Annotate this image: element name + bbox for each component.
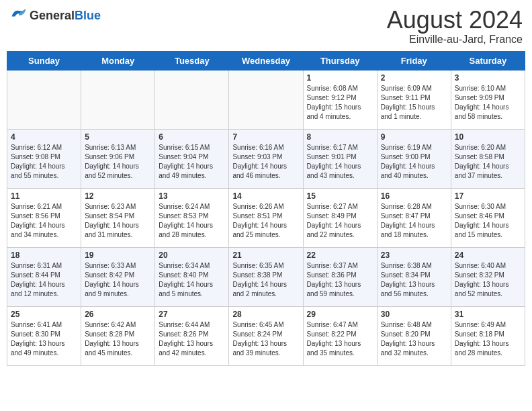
day-number: 30 [381, 310, 447, 319]
day-number: 26 [85, 310, 151, 319]
weekday-header-tuesday: Tuesday [155, 51, 229, 70]
weekday-header-wednesday: Wednesday [229, 51, 303, 70]
logo: GeneralBlue [9, 7, 101, 24]
calendar-cell: 19Sunrise: 6:33 AMSunset: 8:42 PMDayligh… [81, 247, 155, 306]
calendar-cell: 3Sunrise: 6:10 AMSunset: 9:09 PMDaylight… [451, 70, 525, 129]
calendar-cell: 26Sunrise: 6:42 AMSunset: 8:28 PMDayligh… [81, 306, 155, 365]
calendar-cell: 27Sunrise: 6:44 AMSunset: 8:26 PMDayligh… [155, 306, 229, 365]
calendar-cell: 17Sunrise: 6:30 AMSunset: 8:46 PMDayligh… [451, 188, 525, 247]
day-number: 10 [455, 132, 521, 142]
day-number: 25 [11, 310, 77, 319]
calendar-cell: 16Sunrise: 6:28 AMSunset: 8:47 PMDayligh… [377, 188, 451, 247]
calendar-table: SundayMondayTuesdayWednesdayThursdayFrid… [7, 51, 525, 366]
day-number: 9 [381, 132, 447, 142]
logo-text-blue: Blue [75, 9, 101, 22]
day-number: 7 [232, 132, 299, 142]
calendar-row-4: 25Sunrise: 6:41 AMSunset: 8:30 PMDayligh… [7, 306, 525, 365]
day-info: Sunrise: 6:10 AMSunset: 9:09 PMDaylight:… [455, 84, 521, 122]
day-info: Sunrise: 6:47 AMSunset: 8:22 PMDaylight:… [307, 320, 373, 358]
day-number: 5 [85, 132, 151, 142]
day-info: Sunrise: 6:33 AMSunset: 8:42 PMDaylight:… [85, 261, 151, 299]
day-number: 19 [85, 250, 151, 260]
day-number: 23 [381, 250, 447, 260]
calendar-cell: 23Sunrise: 6:38 AMSunset: 8:34 PMDayligh… [377, 247, 451, 306]
calendar-row-0: 1Sunrise: 6:08 AMSunset: 9:12 PMDaylight… [7, 70, 525, 129]
weekday-header-saturday: Saturday [451, 51, 525, 70]
calendar-cell [81, 70, 155, 129]
calendar-cell: 31Sunrise: 6:49 AMSunset: 8:18 PMDayligh… [451, 306, 525, 365]
day-info: Sunrise: 6:49 AMSunset: 8:18 PMDaylight:… [455, 320, 521, 358]
weekday-header-sunday: Sunday [7, 51, 81, 70]
day-info: Sunrise: 6:12 AMSunset: 9:08 PMDaylight:… [11, 143, 77, 181]
calendar-cell: 18Sunrise: 6:31 AMSunset: 8:44 PMDayligh… [7, 247, 81, 306]
calendar-cell: 12Sunrise: 6:23 AMSunset: 8:54 PMDayligh… [81, 188, 155, 247]
weekday-header-monday: Monday [81, 51, 155, 70]
calendar-cell: 13Sunrise: 6:24 AMSunset: 8:53 PMDayligh… [155, 188, 229, 247]
day-info: Sunrise: 6:40 AMSunset: 8:32 PMDaylight:… [455, 261, 521, 299]
calendar-cell: 6Sunrise: 6:15 AMSunset: 9:04 PMDaylight… [155, 129, 229, 188]
calendar-cell: 14Sunrise: 6:26 AMSunset: 8:51 PMDayligh… [229, 188, 303, 247]
day-info: Sunrise: 6:23 AMSunset: 8:54 PMDaylight:… [85, 202, 151, 240]
day-info: Sunrise: 6:21 AMSunset: 8:56 PMDaylight:… [11, 202, 77, 240]
day-number: 28 [232, 310, 299, 319]
day-number: 31 [455, 310, 521, 319]
day-number: 20 [159, 250, 225, 260]
day-number: 13 [159, 191, 225, 201]
day-info: Sunrise: 6:26 AMSunset: 8:51 PMDaylight:… [232, 202, 299, 240]
calendar-cell: 30Sunrise: 6:48 AMSunset: 8:20 PMDayligh… [377, 306, 451, 365]
day-info: Sunrise: 6:48 AMSunset: 8:20 PMDaylight:… [381, 320, 447, 358]
calendar-cell: 24Sunrise: 6:40 AMSunset: 8:32 PMDayligh… [451, 247, 525, 306]
day-info: Sunrise: 6:24 AMSunset: 8:53 PMDaylight:… [159, 202, 225, 240]
calendar-cell: 10Sunrise: 6:20 AMSunset: 8:58 PMDayligh… [451, 129, 525, 188]
calendar-row-2: 11Sunrise: 6:21 AMSunset: 8:56 PMDayligh… [7, 188, 525, 247]
location: Einville-au-Jard, France [387, 34, 523, 46]
day-info: Sunrise: 6:28 AMSunset: 8:47 PMDaylight:… [381, 202, 447, 240]
day-number: 12 [85, 191, 151, 201]
calendar-cell: 28Sunrise: 6:45 AMSunset: 8:24 PMDayligh… [229, 306, 303, 365]
day-info: Sunrise: 6:45 AMSunset: 8:24 PMDaylight:… [232, 320, 299, 358]
day-info: Sunrise: 6:38 AMSunset: 8:34 PMDaylight:… [381, 261, 447, 299]
day-info: Sunrise: 6:15 AMSunset: 9:04 PMDaylight:… [159, 143, 225, 181]
day-info: Sunrise: 6:20 AMSunset: 8:58 PMDaylight:… [455, 143, 521, 181]
day-info: Sunrise: 6:27 AMSunset: 8:49 PMDaylight:… [307, 202, 373, 240]
day-info: Sunrise: 6:37 AMSunset: 8:36 PMDaylight:… [307, 261, 373, 299]
day-number: 18 [11, 250, 77, 260]
day-number: 14 [232, 191, 299, 201]
day-number: 27 [159, 310, 225, 319]
calendar-cell: 4Sunrise: 6:12 AMSunset: 9:08 PMDaylight… [7, 129, 81, 188]
day-number: 1 [307, 73, 373, 83]
calendar-row-1: 4Sunrise: 6:12 AMSunset: 9:08 PMDaylight… [7, 129, 525, 188]
calendar-cell: 22Sunrise: 6:37 AMSunset: 8:36 PMDayligh… [303, 247, 377, 306]
day-number: 15 [307, 191, 373, 201]
day-number: 29 [307, 310, 373, 319]
day-info: Sunrise: 6:41 AMSunset: 8:30 PMDaylight:… [11, 320, 77, 358]
day-number: 24 [455, 250, 521, 260]
calendar-cell: 9Sunrise: 6:19 AMSunset: 9:00 PMDaylight… [377, 129, 451, 188]
weekday-header-friday: Friday [377, 51, 451, 70]
title-block: August 2024 Einville-au-Jard, France [387, 7, 523, 46]
month-title: August 2024 [387, 7, 523, 34]
day-info: Sunrise: 6:42 AMSunset: 8:28 PMDaylight:… [85, 320, 151, 358]
calendar-cell: 2Sunrise: 6:09 AMSunset: 9:11 PMDaylight… [377, 70, 451, 129]
day-info: Sunrise: 6:16 AMSunset: 9:03 PMDaylight:… [232, 143, 299, 181]
day-info: Sunrise: 6:09 AMSunset: 9:11 PMDaylight:… [381, 84, 447, 122]
calendar-cell [229, 70, 303, 129]
logo-bird-icon [9, 7, 28, 21]
day-info: Sunrise: 6:19 AMSunset: 9:00 PMDaylight:… [381, 143, 447, 181]
day-number: 6 [159, 132, 225, 142]
calendar-cell: 5Sunrise: 6:13 AMSunset: 9:06 PMDaylight… [81, 129, 155, 188]
calendar-cell: 1Sunrise: 6:08 AMSunset: 9:12 PMDaylight… [303, 70, 377, 129]
day-number: 3 [455, 73, 521, 83]
calendar-cell: 20Sunrise: 6:34 AMSunset: 8:40 PMDayligh… [155, 247, 229, 306]
calendar-cell [7, 70, 81, 129]
calendar-cell [155, 70, 229, 129]
logo-text-general: General [30, 9, 75, 22]
day-info: Sunrise: 6:31 AMSunset: 8:44 PMDaylight:… [11, 261, 77, 299]
calendar-cell: 11Sunrise: 6:21 AMSunset: 8:56 PMDayligh… [7, 188, 81, 247]
day-number: 16 [381, 191, 447, 201]
weekday-header-row: SundayMondayTuesdayWednesdayThursdayFrid… [7, 51, 525, 70]
day-info: Sunrise: 6:35 AMSunset: 8:38 PMDaylight:… [232, 261, 299, 299]
day-number: 8 [307, 132, 373, 142]
page-header: GeneralBlue August 2024 Einville-au-Jard… [7, 7, 525, 46]
day-info: Sunrise: 6:34 AMSunset: 8:40 PMDaylight:… [159, 261, 225, 299]
